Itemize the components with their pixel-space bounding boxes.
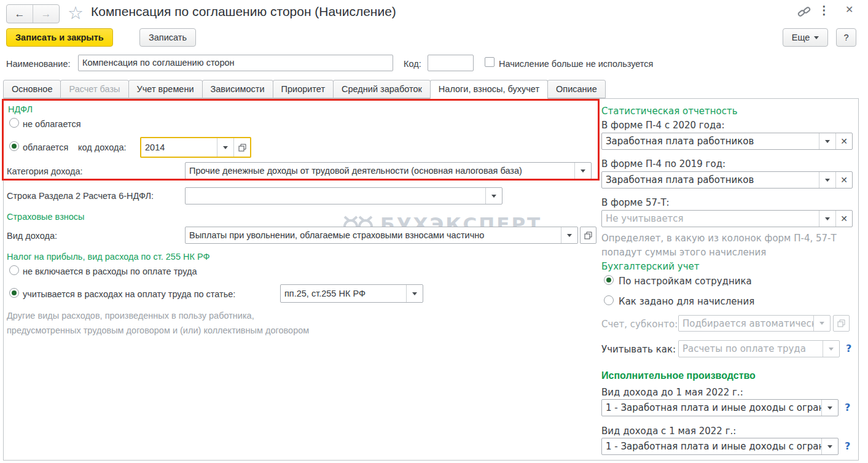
enforcement-before-label: Вид дохода до 1 мая 2022 г.: [601, 387, 743, 398]
p4-2020-combobox[interactable]: Заработная плата работников ✕ [601, 133, 853, 150]
radio-included-label[interactable]: учитывается в расходах на оплату труда п… [23, 289, 235, 299]
f57t-combobox[interactable]: Не учитывается ✕ [601, 210, 853, 227]
chevron-down-icon [223, 146, 228, 149]
enforcement-after-help-link[interactable]: ? [845, 440, 850, 452]
history-nav: ← → [6, 4, 60, 23]
row6ndfl-combobox[interactable] [185, 187, 502, 204]
enforcement-before-combobox[interactable]: 1 - Заработная плата и иные доходы с огр… [601, 399, 839, 416]
article-combobox[interactable]: пп.25, ст.255 НК РФ [280, 284, 423, 303]
account-open-button[interactable] [833, 315, 850, 332]
account-as-combobox[interactable]: Расчеты по оплате труда [678, 340, 840, 357]
insurance-income-type-value: Выплаты при увольнении, облагаемые страх… [186, 230, 561, 240]
f57t-placeholder: Не учитывается [602, 213, 819, 224]
save-and-close-button[interactable]: Записать и закрыть [6, 28, 113, 47]
account-as-help-link[interactable]: ? [846, 343, 851, 354]
p4-2019-value: Заработная плата работников [602, 174, 819, 185]
radio-by-employee-label[interactable]: По настройкам сотрудника [619, 276, 752, 287]
p4-2019-combobox[interactable]: Заработная плата работников ✕ [601, 171, 853, 189]
tab-7[interactable]: Налоги, взносы, бухучет [430, 80, 548, 99]
f57t-dropdown-button[interactable] [819, 211, 835, 227]
account-dropdown-button[interactable] [813, 316, 830, 331]
account-placeholder: Подбирается автоматически [679, 318, 813, 329]
tab-4[interactable]: Зависимости [202, 80, 273, 98]
more-button-label: Еще [792, 33, 810, 42]
radio-taxed-label[interactable]: облагается [23, 142, 68, 152]
section-statistics-header: Статистическая отчетность [601, 106, 738, 117]
insurance-income-type-dropdown-button[interactable] [561, 227, 577, 243]
income-category-combobox[interactable]: Прочие денежные доходы от трудовой деяте… [185, 162, 592, 179]
radio-not-included[interactable] [9, 265, 19, 275]
enforcement-after-value: 1 - Заработная плата и иные доходы с огр… [602, 441, 821, 452]
income-code-combo-group: 2014 [140, 137, 251, 158]
tab-8[interactable]: Описание [547, 80, 606, 98]
chevron-down-icon [825, 140, 830, 143]
income-code-dropdown-button[interactable] [217, 138, 233, 157]
section-accounting-header: Бухгалтерский учет [601, 261, 699, 272]
article-dropdown-button[interactable] [406, 285, 423, 302]
insurance-income-type-open-button[interactable] [580, 227, 596, 244]
chevron-down-icon [825, 217, 830, 220]
radio-by-accrual-label[interactable]: Как задано для начисления [619, 296, 754, 307]
account-as-placeholder: Расчеты по оплате труда [679, 343, 823, 354]
row6ndfl-label: Строка Раздела 2 Расчета 6-НДФЛ: [7, 191, 154, 201]
code-label: Код: [404, 59, 421, 69]
tab-6[interactable]: Средний заработок [333, 80, 431, 98]
name-input[interactable]: Компенсация по соглашению сторон [78, 55, 393, 71]
code-input[interactable] [428, 55, 474, 71]
help-button[interactable]: ? [836, 28, 856, 47]
radio-not-taxed[interactable] [9, 118, 19, 128]
radio-not-taxed-label[interactable]: не облагается [23, 119, 81, 129]
p4-2019-dropdown-button[interactable] [819, 172, 835, 188]
p4-2019-label: В форме П-4 по 2019 год: [601, 158, 725, 169]
enforcement-after-label: Вид дохода с 1 мая 2022 г.: [601, 426, 736, 437]
favorite-star-icon[interactable]: ☆ [68, 2, 84, 23]
radio-included[interactable] [9, 288, 19, 298]
account-combobox[interactable]: Подбирается автоматически [678, 315, 831, 332]
clear-icon: ✕ [840, 136, 848, 146]
income-code-combobox[interactable]: 2014 [141, 142, 217, 152]
income-category-dropdown-button[interactable] [574, 163, 591, 179]
close-icon[interactable]: ✕ [845, 4, 853, 15]
p4-2020-dropdown-button[interactable] [819, 133, 835, 149]
tab-1[interactable]: Основное [3, 80, 61, 98]
tab-3[interactable]: Учет времени [128, 80, 203, 98]
insurance-income-type-combobox[interactable]: Выплаты при увольнении, облагаемые страх… [185, 227, 578, 244]
not-used-checkbox[interactable] [485, 57, 495, 67]
kebab-menu-icon[interactable]: ⋮ [818, 3, 830, 17]
p4-2020-clear-button[interactable]: ✕ [835, 133, 852, 149]
insurance-income-type-label: Вид дохода: [7, 231, 57, 241]
more-button[interactable]: Еще [783, 28, 828, 47]
f57t-clear-button[interactable]: ✕ [835, 211, 852, 227]
window: ← → ☆ Компенсация по соглашению сторон (… [0, 0, 868, 463]
radio-by-employee[interactable] [604, 275, 614, 285]
row6ndfl-dropdown-button[interactable] [485, 188, 502, 204]
p4-2019-clear-button[interactable]: ✕ [835, 172, 852, 188]
clear-icon: ✕ [840, 175, 848, 185]
open-icon [584, 231, 592, 239]
not-used-label[interactable]: Начисление больше не используется [499, 59, 653, 69]
enforcement-after-combobox[interactable]: 1 - Заработная плата и иные доходы с огр… [601, 438, 839, 455]
tab-content-panel: БУХЭКСПЕРТ НДФЛ не облагается облагается… [3, 98, 859, 461]
radio-by-accrual[interactable] [604, 295, 614, 305]
income-code-label: код дохода: [78, 142, 127, 152]
enforcement-after-dropdown-button[interactable] [821, 438, 838, 454]
chevron-down-icon [412, 292, 417, 295]
link-icon[interactable] [797, 6, 811, 20]
radio-taxed[interactable] [9, 141, 19, 151]
clear-icon: ✕ [840, 214, 848, 224]
save-button[interactable]: Записать [139, 28, 196, 47]
account-as-dropdown-button[interactable] [823, 341, 839, 357]
radio-not-included-label[interactable]: не включается в расходы по оплате труда [23, 267, 197, 276]
back-button[interactable]: ← [7, 5, 33, 23]
tab-bar: ОсновноеРасчет базыУчет времениЗависимос… [3, 80, 606, 99]
tab-5[interactable]: Приоритет [273, 80, 334, 98]
chevron-down-icon [819, 322, 824, 325]
income-code-open-button[interactable] [233, 138, 250, 157]
enforcement-before-dropdown-button[interactable] [821, 400, 838, 416]
enforcement-before-help-link[interactable]: ? [845, 402, 850, 413]
forward-button[interactable]: → [33, 5, 59, 23]
chevron-down-icon [567, 234, 572, 237]
chevron-down-icon [827, 445, 832, 448]
statistics-hint: Определяет, в какую из колонок форм П-4,… [601, 231, 856, 260]
enforcement-before-value: 1 - Заработная плата и иные доходы с огр… [602, 402, 821, 413]
